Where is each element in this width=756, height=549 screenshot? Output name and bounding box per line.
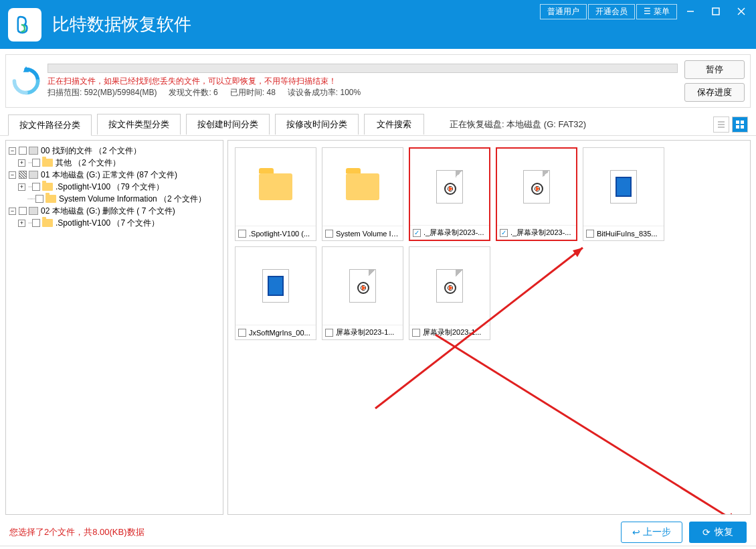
file-name: System Volume In... [336,230,400,238]
view-list-button[interactable] [713,116,729,133]
expand-icon[interactable]: − [9,147,16,155]
video-file-icon [349,269,376,303]
scan-spinner-icon [11,66,41,96]
app-title: 比特数据恢复软件 [52,13,191,36]
tree-label[interactable]: .Spotlight-V100 （79 个文件） [56,181,164,193]
file-checkbox[interactable] [238,329,246,337]
disk-icon [29,147,38,155]
file-checkbox[interactable] [325,329,333,337]
svg-rect-8 [736,121,739,124]
scan-message: 正在扫描文件，如果已经找到您丢失的文件，可以立即恢复，不用等待扫描结束！ [48,76,678,87]
selection-summary: 您选择了2个文件，共8.00(KB)数据 [9,526,145,538]
menu-button[interactable]: ☰菜单 [636,4,677,19]
scan-status-bar: 正在扫描文件，如果已经找到您丢失的文件，可以立即恢复，不用等待扫描结束！ 扫描范… [5,54,751,108]
minimize-button[interactable] [678,3,702,20]
file-item[interactable]: JxSoftMgrIns_00... [235,246,316,340]
file-item[interactable]: .Spotlight-V100 (... [235,147,316,241]
file-name: ._屏幕录制2023-... [423,228,484,238]
back-arrow-icon: ↩ [632,527,640,538]
tree-checkbox[interactable] [32,183,40,191]
maximize-button[interactable] [704,3,728,20]
disk-icon [29,207,38,215]
folder-icon [259,173,292,200]
exe-file-icon [610,170,637,204]
scan-stats: 扫描范围: 592(MB)/59984(MB) 发现文件数: 6 已用时间: 4… [48,87,678,98]
app-logo [8,8,41,42]
tree-checkbox[interactable] [35,195,43,203]
tree-label[interactable]: 其他 （2 个文件） [56,157,120,169]
svg-rect-10 [736,125,739,129]
file-item[interactable]: 屏幕录制2023-1... [409,246,490,340]
file-checkbox[interactable] [238,230,246,238]
vip-button[interactable]: 开通会员 [588,4,635,19]
tree-label[interactable]: System Volume Information （2 个文件） [59,193,206,205]
expand-icon[interactable]: − [9,208,16,215]
video-file-icon [436,170,463,204]
titlebar: 比特数据恢复软件 普通用户 开通会员 ☰菜单 [0,0,756,49]
category-tabs: 按文件路径分类 按文件类型分类 按创建时间分类 按修改时间分类 文件搜索 正在恢… [0,113,756,136]
recovery-disk-label: 正在恢复磁盘: 本地磁盘 (G: FAT32) [450,119,586,131]
selection-summary-row: 您选择了2个文件，共8.00(KB)数据 ↩上一步 ⟳恢复 [0,519,756,546]
folder-icon [42,159,53,167]
file-name: 屏幕录制2023-1... [336,327,394,337]
svg-rect-9 [741,121,744,124]
video-file-icon [436,269,463,303]
tree-checkbox[interactable] [32,219,40,227]
refresh-icon: ⟳ [702,527,711,538]
svg-line-14 [436,335,737,515]
file-item[interactable]: ._屏幕录制2023-... [496,147,577,241]
file-checkbox[interactable] [325,230,333,238]
file-checkbox[interactable] [586,230,594,238]
bottom-bar: ▣官方网站 🎧在线客服 超级详细数据恢复教程，点击立即观看！ 版本: 9.0.5 [0,546,756,549]
tree-checkbox[interactable] [19,207,27,215]
tab-by-modified[interactable]: 按修改时间分类 [275,114,359,135]
file-name: .Spotlight-V100 (... [249,230,310,238]
scan-progress-bar [48,64,678,73]
expand-icon[interactable]: + [18,159,25,167]
file-grid-panel: .Spotlight-V100 (... System Volume In...… [227,140,751,515]
pause-button[interactable]: 暂停 [684,60,745,79]
tab-by-type[interactable]: 按文件类型分类 [97,114,181,135]
expand-icon[interactable]: − [9,171,16,179]
folder-icon [346,173,379,200]
file-name: ._屏幕录制2023-... [510,228,571,238]
file-checkbox[interactable] [412,329,420,337]
close-button[interactable] [729,3,753,20]
tab-by-created[interactable]: 按创建时间分类 [186,114,270,135]
file-item[interactable]: 屏幕录制2023-1... [322,246,403,340]
tree-checkbox[interactable] [19,171,27,179]
file-name: JxSoftMgrIns_00... [249,329,310,337]
file-name: 屏幕录制2023-1... [423,327,481,337]
tree-label[interactable]: 00 找到的文件 （2 个文件） [41,145,141,157]
tree-label[interactable]: 01 本地磁盘 (G:) 正常文件 (87 个文件) [41,169,177,181]
folder-icon [42,219,53,227]
tab-by-path[interactable]: 按文件路径分类 [8,114,92,136]
file-name: BitHuiFuIns_835... [597,230,658,238]
file-item[interactable]: BitHuiFuIns_835... [583,147,664,241]
file-item[interactable]: System Volume In... [322,147,403,241]
annotation-arrow-icon [429,328,750,515]
folder-icon [42,183,53,191]
svg-marker-15 [727,513,737,515]
file-checkbox[interactable] [413,229,421,237]
expand-icon[interactable]: + [18,220,25,227]
tree-checkbox[interactable] [19,147,27,155]
file-checkbox[interactable] [500,229,508,237]
tab-search[interactable]: 文件搜索 [364,114,424,135]
tree-label[interactable]: 02 本地磁盘 (G:) 删除文件 ( 7 个文件) [41,206,175,217]
tree-label[interactable]: .Spotlight-V100 （7 个文件） [56,218,159,229]
svg-rect-11 [741,125,744,129]
view-grid-button[interactable] [732,116,748,133]
recover-button[interactable]: ⟳恢复 [689,522,747,543]
tree-checkbox[interactable] [32,159,40,167]
file-item[interactable]: ._屏幕录制2023-... [409,147,490,241]
svg-rect-1 [713,8,719,15]
save-progress-button[interactable]: 保存进度 [684,83,745,102]
disk-icon [29,171,38,179]
folder-icon [45,195,56,203]
prev-step-button[interactable]: ↩上一步 [621,522,682,543]
normal-user-button[interactable]: 普通用户 [540,4,587,19]
exe-file-icon [262,269,289,303]
folder-tree[interactable]: −00 找到的文件 （2 个文件） +┈其他 （2 个文件） −01 本地磁盘 … [5,140,223,515]
expand-icon[interactable]: + [18,183,25,191]
